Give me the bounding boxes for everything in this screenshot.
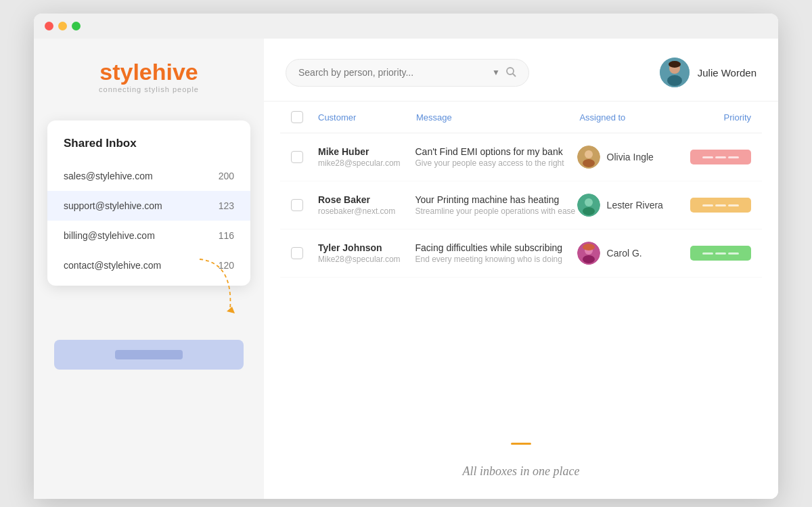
svg-point-13 — [585, 198, 593, 206]
bottom-area: All inboxes in one place — [264, 431, 778, 499]
priority-line — [715, 204, 726, 206]
row-checkbox-cell-2 — [291, 199, 318, 211]
table-row[interactable]: Mike Huber mike28@specular.com Can't Fin… — [280, 133, 762, 181]
assignee-cell-1: Olivia Ingle — [577, 146, 690, 169]
customer-cell-3: Tyler Johnson Mike28@specular.com — [318, 242, 415, 264]
svg-point-9 — [585, 150, 593, 158]
logo-subtitle: connecting stylish people — [54, 85, 244, 93]
priority-lines-3 — [702, 252, 739, 255]
assignee-name-1: Olivia Ingle — [607, 152, 654, 162]
inbox-count-billing: 116 — [219, 230, 234, 241]
assignee-name-3: Carol G. — [607, 248, 642, 259]
inbox-table: Customer Message Assigned to Priority Mi… — [264, 102, 778, 431]
priority-badge-1 — [690, 150, 751, 164]
inbox-count-contact: 120 — [219, 260, 234, 271]
cta-button[interactable] — [54, 340, 244, 370]
row-checkbox-cell-1 — [291, 151, 318, 163]
inbox-item-support[interactable]: support@stylehive.com 123 — [47, 191, 250, 221]
search-bar[interactable]: ▼ — [286, 59, 529, 87]
message-preview-2: Streamline your people operations with e… — [415, 206, 577, 216]
priority-line — [702, 204, 713, 206]
customer-name-1: Mike Huber — [318, 146, 415, 157]
customer-email-3: Mike28@specular.com — [318, 255, 415, 264]
priority-line — [702, 252, 713, 255]
message-cell-1: Can't Find EMI options for my bank Give … — [415, 146, 577, 168]
priority-line — [728, 156, 739, 158]
svg-point-20 — [583, 255, 595, 263]
priority-cell-3 — [690, 246, 751, 261]
logo-area: stylehive connecting stylish people — [54, 59, 244, 93]
table-header: Customer Message Assigned to Priority — [280, 102, 762, 133]
column-header-message: Message — [416, 112, 580, 123]
row-checkbox-cell-3 — [291, 247, 318, 259]
inbox-email-billing: billing@stylehive.com — [64, 230, 155, 241]
customer-cell-1: Mike Huber mike28@specular.com — [318, 146, 415, 168]
priority-line — [728, 252, 739, 255]
table-row[interactable]: Tyler Johnson Mike28@specular.com Facing… — [280, 229, 762, 278]
search-icons: ▼ — [492, 66, 516, 79]
browser-window: stylehive connecting stylish people Shar… — [34, 14, 778, 499]
browser-titlebar — [34, 14, 778, 39]
traffic-light-green[interactable] — [72, 22, 81, 30]
row-checkbox-2[interactable] — [291, 199, 303, 211]
svg-point-5 — [669, 61, 681, 68]
column-header-customer: Customer — [318, 112, 416, 123]
inbox-count-support: 123 — [219, 200, 234, 211]
inbox-item-sales[interactable]: sales@stylehive.com 200 — [47, 161, 250, 191]
message-cell-2: Your Printing machine has heating Stream… — [415, 194, 577, 216]
avatar — [660, 58, 690, 87]
svg-point-18 — [583, 244, 595, 250]
user-profile: Julie Worden — [660, 58, 757, 87]
priority-lines-2 — [702, 204, 739, 206]
priority-lines-1 — [702, 156, 739, 158]
svg-line-2 — [513, 74, 516, 76]
sidebar: stylehive connecting stylish people Shar… — [34, 39, 264, 499]
customer-name-3: Tyler Johnson — [318, 242, 415, 253]
browser-body: stylehive connecting stylish people Shar… — [34, 39, 778, 499]
customer-cell-2: Rose Baker rosebaker@next.com — [318, 194, 415, 216]
main-header: ▼ — [264, 39, 778, 102]
customer-email-1: mike28@specular.com — [318, 158, 415, 168]
bottom-dash — [511, 443, 531, 445]
table-row[interactable]: Rose Baker rosebaker@next.com Your Print… — [280, 181, 762, 229]
column-header-priority: Priority — [694, 112, 751, 123]
priority-cell-1 — [690, 150, 751, 164]
inbox-email-sales: sales@stylehive.com — [64, 171, 153, 181]
priority-line — [715, 156, 726, 158]
priority-cell-2 — [690, 198, 751, 213]
inbox-card: Shared Inbox sales@stylehive.com 200 sup… — [47, 120, 250, 286]
priority-line — [715, 252, 726, 255]
main-content: ▼ — [264, 39, 778, 499]
message-preview-3: End every meeting knowing who is doing — [415, 255, 577, 264]
message-title-1: Can't Find EMI options for my bank — [415, 146, 577, 157]
message-preview-1: Give your people easy access to the righ… — [415, 158, 577, 168]
row-checkbox-3[interactable] — [291, 247, 303, 259]
traffic-light-yellow[interactable] — [58, 22, 67, 30]
filter-icon[interactable]: ▼ — [492, 68, 500, 77]
search-input[interactable] — [298, 67, 485, 78]
inbox-item-contact[interactable]: contact@stylehive.com 120 — [47, 250, 250, 280]
traffic-light-red[interactable] — [45, 22, 53, 30]
inbox-item-billing[interactable]: billing@stylehive.com 116 — [47, 221, 250, 250]
inbox-email-contact: contact@stylehive.com — [64, 260, 161, 271]
inbox-count-sales: 200 — [219, 171, 234, 181]
search-icon[interactable] — [505, 66, 516, 79]
svg-point-7 — [667, 75, 682, 86]
column-header-assigned: Assigned to — [579, 112, 694, 123]
priority-line — [702, 156, 713, 158]
inbox-email-support: support@stylehive.com — [64, 200, 162, 211]
assignee-avatar-2 — [577, 194, 600, 217]
svg-point-15 — [583, 207, 595, 215]
customer-email-2: rosebaker@next.com — [318, 206, 415, 216]
assignee-avatar-1 — [577, 146, 600, 169]
header-checkbox[interactable] — [291, 111, 303, 123]
priority-badge-3 — [690, 246, 751, 261]
row-checkbox-1[interactable] — [291, 151, 303, 163]
inbox-card-title: Shared Inbox — [47, 137, 250, 161]
user-name: Julie Worden — [698, 67, 757, 79]
header-checkbox-cell — [291, 111, 318, 123]
priority-line — [728, 204, 739, 206]
message-title-2: Your Printing machine has heating — [415, 194, 577, 205]
message-cell-3: Facing difficulties while subscribing En… — [415, 242, 577, 264]
assignee-avatar-3 — [577, 242, 600, 265]
